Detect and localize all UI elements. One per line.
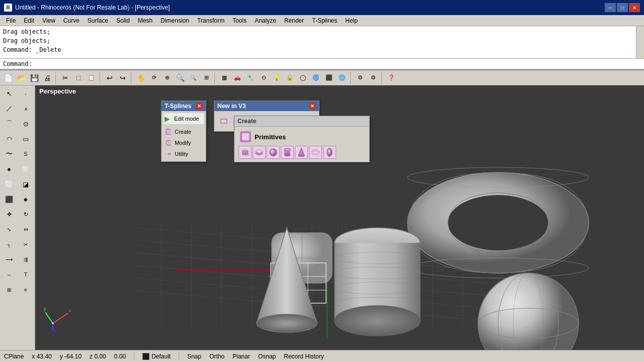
menu-view[interactable]: View bbox=[38, 16, 59, 25]
status-record[interactable]: Record History bbox=[284, 353, 324, 360]
maximize-button[interactable]: □ bbox=[617, 3, 628, 12]
cmd-scrollbar[interactable] bbox=[636, 26, 644, 58]
tb-save[interactable]: 💾 bbox=[28, 72, 40, 84]
close-button[interactable]: ✕ bbox=[629, 3, 640, 12]
tb-undo[interactable]: ↩ bbox=[104, 72, 116, 84]
newv3-icon-1[interactable] bbox=[217, 114, 230, 128]
lp-rect[interactable]: ▭ bbox=[18, 132, 34, 146]
lp-point[interactable]: · bbox=[18, 86, 34, 101]
tb-copy[interactable]: ⬚ bbox=[72, 72, 85, 84]
tsplines-create-btn[interactable]: Create bbox=[173, 127, 203, 136]
tb-zoom-in[interactable]: 🔍 bbox=[174, 72, 186, 84]
menu-help[interactable]: Help bbox=[341, 16, 362, 25]
lp-scale[interactable]: ⤡ bbox=[1, 222, 17, 236]
status-ortho[interactable]: Ortho bbox=[209, 353, 224, 360]
lp-curve[interactable]: ⌒ bbox=[1, 117, 17, 131]
lp-freeform[interactable]: 〜 bbox=[1, 147, 17, 161]
menu-transform[interactable]: Transform bbox=[193, 16, 228, 25]
tb-redo[interactable]: ↪ bbox=[117, 72, 129, 84]
command-input[interactable] bbox=[36, 60, 237, 67]
tb-open[interactable]: 📂 bbox=[15, 72, 27, 84]
viewport[interactable]: Perspective bbox=[35, 85, 644, 350]
tb-sphere2[interactable]: ⊙ bbox=[258, 72, 270, 84]
tsplines-close-btn[interactable]: ✕ bbox=[196, 103, 203, 110]
lp-move[interactable]: ✥ bbox=[1, 207, 17, 221]
tb-swirl[interactable]: 🌀 bbox=[310, 72, 322, 84]
tb-rotate[interactable]: ⟳ bbox=[148, 72, 160, 84]
svg-marker-81 bbox=[242, 148, 248, 150]
lp-trim[interactable]: ✂ bbox=[18, 237, 34, 251]
tsplines-modify-btn[interactable]: Modify bbox=[173, 138, 203, 147]
lp-line[interactable]: ／ bbox=[1, 102, 17, 116]
lp-layer[interactable]: ≡ bbox=[18, 283, 34, 297]
tb-settings1[interactable]: ⚙ bbox=[354, 72, 366, 84]
lp-surface2[interactable]: ◪ bbox=[18, 177, 34, 191]
menu-analyze[interactable]: Analyze bbox=[251, 16, 280, 25]
status-osnap[interactable]: Osnap bbox=[258, 353, 276, 360]
prim-cylinder[interactable] bbox=[281, 146, 294, 159]
lp-ellipse[interactable]: ⊙ bbox=[18, 117, 34, 131]
lp-box[interactable]: ⬜ bbox=[18, 162, 34, 176]
tb-print[interactable]: 🖨 bbox=[41, 72, 53, 84]
tb-pan[interactable]: ✋ bbox=[135, 72, 147, 84]
lp-solid1[interactable]: ⬛ bbox=[1, 192, 17, 206]
tb-zoom-sel[interactable]: ⊞ bbox=[200, 72, 212, 84]
tb-snap[interactable]: ▦ bbox=[218, 72, 230, 84]
minimize-button[interactable]: ─ bbox=[605, 3, 616, 12]
lp-rotate2[interactable]: ↻ bbox=[18, 207, 34, 221]
tb-cube[interactable]: ⬛ bbox=[323, 72, 335, 84]
menu-surface[interactable]: Surface bbox=[84, 16, 112, 25]
lp-solid2[interactable]: ◆ bbox=[18, 192, 34, 206]
prim-plane[interactable] bbox=[253, 146, 266, 159]
menu-curve[interactable]: Curve bbox=[59, 16, 84, 25]
lp-polyline[interactable]: ∧ bbox=[18, 102, 34, 116]
prim-torus[interactable] bbox=[309, 146, 322, 159]
lp-sphere[interactable]: ● bbox=[1, 162, 17, 176]
menu-solid[interactable]: Solid bbox=[112, 16, 134, 25]
tb-new[interactable]: 📄 bbox=[2, 72, 14, 84]
tb-car[interactable]: 🚗 bbox=[231, 72, 244, 84]
tsplines-editmode-btn[interactable]: Edit mode bbox=[172, 114, 203, 123]
lp-mirror[interactable]: ⇔ bbox=[18, 222, 34, 236]
tb-lock[interactable]: 🔒 bbox=[284, 72, 296, 84]
tb-globe[interactable]: 🌐 bbox=[336, 72, 348, 84]
prim-capsule[interactable] bbox=[323, 146, 336, 159]
tsplines-utility-btn[interactable]: Utility bbox=[173, 149, 203, 158]
menu-file[interactable]: File bbox=[2, 16, 20, 25]
lp-text[interactable]: T bbox=[18, 267, 34, 282]
lp-extend[interactable]: ⟶ bbox=[1, 252, 17, 266]
tb-light[interactable]: 💡 bbox=[271, 72, 283, 84]
lp-offset[interactable]: ⇶ bbox=[18, 252, 34, 266]
tb-zoom-ext[interactable]: ⊕ bbox=[161, 72, 173, 84]
lp-arc[interactable]: ◠ bbox=[1, 132, 17, 146]
prim-cone[interactable] bbox=[295, 146, 308, 159]
lp-select[interactable]: ↖ bbox=[1, 86, 17, 101]
tb-wrench[interactable]: 🔧 bbox=[245, 72, 257, 84]
svg-point-43 bbox=[257, 314, 317, 332]
prim-box[interactable] bbox=[238, 146, 252, 159]
menu-tsplines[interactable]: T-Splines bbox=[308, 16, 341, 25]
tb-help[interactable]: ❓ bbox=[385, 72, 397, 84]
lp-dim[interactable]: ↔ bbox=[1, 267, 17, 282]
tb-paste[interactable]: 📋 bbox=[86, 72, 98, 84]
status-planar[interactable]: Planar bbox=[232, 353, 250, 360]
menu-tools[interactable]: Tools bbox=[228, 16, 251, 25]
menu-edit[interactable]: Edit bbox=[20, 16, 38, 25]
tb-settings2[interactable]: ⚙ bbox=[367, 72, 379, 84]
menu-render[interactable]: Render bbox=[280, 16, 308, 25]
menu-mesh[interactable]: Mesh bbox=[134, 16, 156, 25]
tb-cut[interactable]: ✂ bbox=[59, 72, 71, 84]
status-layer[interactable]: Default bbox=[151, 353, 171, 360]
tb-zoom-out[interactable]: 🔍 bbox=[187, 72, 199, 84]
lp-snap2[interactable]: ⊞ bbox=[1, 283, 17, 297]
lp-spline[interactable]: S bbox=[18, 147, 34, 161]
status-snap[interactable]: Snap bbox=[187, 353, 201, 360]
tb-circle[interactable]: ◯ bbox=[297, 72, 309, 84]
newv3-panel-header[interactable]: New in V3 ✕ bbox=[214, 101, 319, 111]
newv3-close-btn[interactable]: ✕ bbox=[309, 103, 316, 110]
menu-dimension[interactable]: Dimension bbox=[156, 16, 193, 25]
prim-sphere[interactable] bbox=[267, 146, 280, 159]
lp-fillet[interactable]: ╮ bbox=[1, 237, 17, 251]
lp-surface1[interactable]: ⬜ bbox=[1, 177, 17, 191]
tsplines-panel-header[interactable]: T-Splines ✕ bbox=[162, 101, 206, 111]
